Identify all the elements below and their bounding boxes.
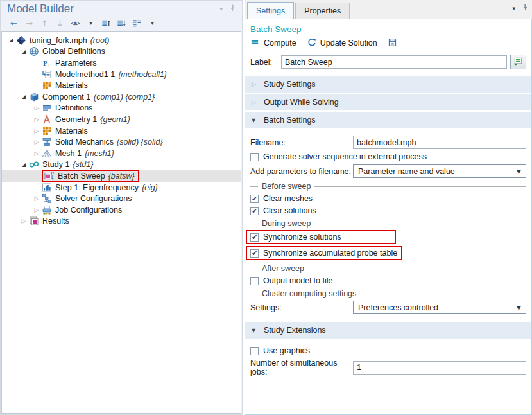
save-icon bbox=[388, 37, 397, 49]
dropdown-add-parameters-to-filename[interactable]: Parameter name and value▼ bbox=[353, 164, 526, 178]
solver-configurations-icon bbox=[42, 193, 52, 204]
pin-icon[interactable] bbox=[521, 3, 529, 14]
compute-button[interactable]: Compute bbox=[250, 37, 296, 49]
study-icon bbox=[29, 159, 39, 170]
input-filename[interactable] bbox=[353, 136, 526, 149]
tree-item-tag: {std1} bbox=[73, 160, 93, 169]
back-button[interactable]: ← bbox=[8, 18, 19, 28]
checkbox-label: Clear meshes bbox=[263, 194, 313, 203]
show-menu-caret-icon[interactable]: ▾ bbox=[85, 18, 96, 28]
tab-properties[interactable]: Properties bbox=[295, 3, 350, 19]
section-label: Batch Settings bbox=[264, 116, 316, 125]
globe-icon bbox=[29, 46, 39, 57]
section-header-batch-settings[interactable]: ▼Batch Settings bbox=[245, 112, 531, 128]
tree-item-solver-configurations[interactable]: ▷Solver Configurations bbox=[2, 193, 241, 204]
expander-collapsed-icon[interactable]: ▷ bbox=[31, 195, 42, 202]
tree-item-tuning-fork-mph[interactable]: ◢tuning_fork.mph(root) bbox=[2, 35, 241, 46]
checkbox-row-synchronize-accumulated-probe-table: Synchronize accumulated probe table bbox=[246, 246, 402, 260]
checkbox-synchronize-solutions[interactable] bbox=[250, 233, 259, 242]
tree-item-materials[interactable]: Materials bbox=[2, 80, 241, 91]
materials-icon bbox=[42, 80, 52, 91]
section-header-study-settings[interactable]: ▷Study Settings bbox=[245, 76, 531, 93]
tree-item-results[interactable]: ▷Results bbox=[2, 216, 241, 227]
move-down-button[interactable]: ↓ bbox=[55, 18, 65, 28]
create-shortcut-button[interactable] bbox=[510, 55, 526, 69]
tree-item-geometry-1[interactable]: ▷Geometry 1{geom1} bbox=[2, 114, 241, 125]
svg-text:i: i bbox=[49, 63, 50, 67]
tree-item-label: Component 1 bbox=[42, 93, 90, 102]
label-input[interactable] bbox=[281, 55, 507, 69]
expander-expanded-icon[interactable]: ◢ bbox=[19, 94, 29, 100]
checkbox-output-model-to-file[interactable] bbox=[250, 277, 259, 285]
checkbox-row-use-graphics: Use graphics bbox=[250, 346, 526, 355]
tree-item-modelmethod1-1[interactable]: Modelmethod1 1{methodcall1} bbox=[2, 69, 241, 80]
model-builder-header: Model Builder ▾ ← → ↑ ↓ ▾ ▾ bbox=[1, 1, 242, 31]
expand-all-button[interactable] bbox=[116, 18, 127, 28]
section-collapsed-icon: ▷ bbox=[252, 99, 264, 105]
checkbox-clear-meshes[interactable] bbox=[250, 195, 259, 203]
forward-button[interactable]: → bbox=[24, 18, 35, 28]
expander-collapsed-icon[interactable]: ▷ bbox=[31, 207, 42, 213]
expander-collapsed-icon[interactable]: ▷ bbox=[31, 128, 42, 134]
dropdown-settings[interactable]: Preferences controlled▼ bbox=[353, 301, 526, 314]
group-separator-during-sweep: During sweep bbox=[250, 219, 526, 228]
model-builder-toolbar: ← → ↑ ↓ ▾ ▾ bbox=[7, 15, 237, 31]
tab-settings[interactable]: Settings bbox=[247, 2, 294, 19]
tree-item-step-1-eigenfrequency[interactable]: Step 1: Eigenfrequency{eig} bbox=[2, 182, 241, 193]
checkbox-row-output-model-to-file: Output model to file bbox=[250, 276, 526, 285]
collapse-all-button[interactable] bbox=[101, 18, 112, 28]
show-eye-button[interactable] bbox=[70, 18, 81, 28]
group-separator-cluster-computing-settings: Cluster computing settings bbox=[250, 289, 526, 298]
checkbox-synchronize-accumulated-probe-table[interactable] bbox=[250, 249, 259, 258]
label-field-label: Label: bbox=[250, 58, 281, 67]
checkbox-use-graphics[interactable] bbox=[250, 347, 259, 355]
tree-item-solid-mechanics[interactable]: ▷Solid Mechanics(solid) {solid} bbox=[2, 136, 241, 148]
tree-item-label: Mesh 1 bbox=[55, 149, 82, 158]
expander-collapsed-icon[interactable]: ▷ bbox=[31, 116, 42, 123]
panel-menu-caret-icon[interactable]: ▾ bbox=[512, 5, 515, 12]
checkbox-row-clear-solutions: Clear solutions bbox=[250, 206, 526, 215]
checkbox-label: Output model to file bbox=[263, 276, 332, 285]
tree-item-study-1[interactable]: ◢Study 1{std1} bbox=[2, 159, 241, 171]
panel-menu-caret-icon[interactable]: ▾ bbox=[219, 6, 223, 12]
checkbox-label: Clear solutions bbox=[263, 206, 316, 215]
move-up-button[interactable]: ↑ bbox=[39, 18, 50, 28]
expander-collapsed-icon[interactable]: ▷ bbox=[19, 218, 29, 224]
label-field-row: Label: bbox=[250, 55, 526, 69]
expander-expanded-icon[interactable]: ◢ bbox=[19, 162, 29, 168]
node-text-button[interactable] bbox=[132, 18, 142, 28]
save-button[interactable] bbox=[388, 37, 397, 49]
settings-panel: Settings Properties ▾ Batch Sweep Comput… bbox=[245, 0, 532, 415]
tree-item-mesh-1[interactable]: ▷Mesh 1{mesh1} bbox=[2, 148, 241, 159]
tree-item-global-definitions[interactable]: ◢Global Definitions bbox=[2, 46, 241, 58]
tree-item-materials[interactable]: ▷Materials bbox=[2, 125, 241, 137]
section-expanded-icon: ▼ bbox=[252, 118, 264, 123]
pin-icon[interactable] bbox=[228, 3, 237, 15]
tree-item-tag: {mesh1} bbox=[85, 149, 114, 158]
tree-item-batch-sweep[interactable]: PiBatch Sweep{batsw} bbox=[2, 170, 241, 182]
tree-item-component-1[interactable]: ◢Component 1(comp1) {comp1} bbox=[2, 91, 241, 103]
checkbox-row-synchronize-solutions: Synchronize solutions bbox=[246, 230, 396, 244]
section-label: Study Extensions bbox=[264, 326, 326, 335]
node-text-menu-caret-icon[interactable]: ▾ bbox=[147, 18, 158, 28]
section-header-output-while-solving[interactable]: ▷Output While Solving bbox=[245, 94, 531, 110]
svg-text:Pi: Pi bbox=[51, 172, 54, 175]
method-call-icon bbox=[42, 69, 52, 80]
tree-item-parameters[interactable]: PiParameters bbox=[2, 57, 241, 69]
section-collapsed-icon: ▷ bbox=[252, 81, 264, 87]
checkbox-clear-solutions[interactable] bbox=[250, 207, 259, 215]
tree-item-definitions[interactable]: ▷Definitions bbox=[2, 103, 241, 114]
settings-sections: ▷Study Settings▷Output While Solving▼Bat… bbox=[245, 76, 531, 384]
expander-expanded-icon[interactable]: ◢ bbox=[19, 49, 29, 55]
tree-item-tag: {eig} bbox=[142, 183, 158, 192]
expander-collapsed-icon[interactable]: ▷ bbox=[31, 105, 42, 111]
tree-item-tag: {methodcall1} bbox=[118, 70, 167, 79]
section-header-study-extensions[interactable]: ▼Study Extensions bbox=[245, 322, 531, 339]
tree-item-job-configurations[interactable]: ▷Job Configurations bbox=[2, 204, 241, 216]
update-solution-button[interactable]: Update Solution bbox=[307, 37, 377, 49]
expander-collapsed-icon[interactable]: ▷ bbox=[31, 139, 42, 145]
checkbox-generate-solver-sequence-in-external-process[interactable] bbox=[250, 153, 259, 161]
expander-expanded-icon[interactable]: ◢ bbox=[6, 37, 16, 43]
expander-collapsed-icon[interactable]: ▷ bbox=[31, 150, 42, 157]
input-number-of-simultaneous-jobs[interactable] bbox=[353, 361, 526, 375]
